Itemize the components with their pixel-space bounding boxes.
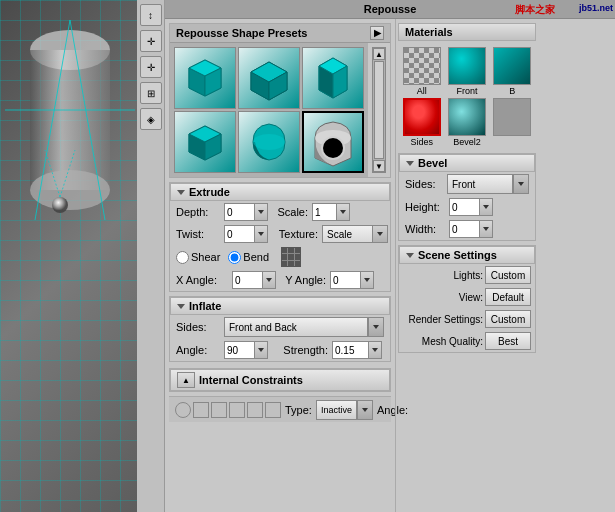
material-bevel2[interactable]: Bevel2 [445,98,488,147]
inflate-angle-input[interactable] [224,341,254,359]
tool-transform2[interactable]: ✛ [140,56,162,78]
bend-label: Bend [243,251,269,263]
twist-dropdown[interactable] [254,225,268,243]
inflate-angle-group [224,341,268,359]
y-angle-input-group [330,271,374,289]
main-panel: Repousse 脚本之家 jb51.net Repousse Shape Pr… [165,0,615,512]
shear-bend-row: Shear Bend [170,245,390,269]
bevel-collapse-arrow[interactable] [406,161,414,166]
material-sides[interactable]: Sides [400,98,443,147]
tool-3d[interactable]: ◈ [140,108,162,130]
bevel-width-input[interactable] [449,220,479,238]
material-sides-label: Sides [410,137,433,147]
lights-value[interactable]: Custom [485,266,531,284]
inflate-strength-group [332,341,382,359]
type-dropdown[interactable] [357,400,373,420]
scroll-thumb[interactable] [374,61,384,159]
gc6 [295,254,300,259]
inflate-strength-label: Strength: [272,344,328,356]
inflate-sides-value: Front and Back [224,317,368,337]
preset-item-3[interactable] [302,47,364,109]
gc4 [282,254,287,259]
scene-collapse-arrow[interactable] [406,253,414,258]
shear-bend-group: Shear Bend [176,251,269,264]
twist-input[interactable] [224,225,254,243]
left-toolbar: ↕ ✛ ✛ ⊞ ◈ [137,0,165,512]
bottom-icon-5[interactable] [247,402,263,418]
presets-scrollbar[interactable]: ▲ ▼ [372,47,386,173]
material-extra[interactable] [491,98,534,147]
bevel-width-dropdown[interactable] [479,220,493,238]
depth-dropdown[interactable] [254,203,268,221]
inflate-sides-select: Front and Back [224,317,384,337]
svg-point-28 [323,138,343,158]
render-value[interactable]: Custom [485,310,531,328]
gc1 [282,248,287,253]
y-angle-input[interactable] [330,271,360,289]
scale-input[interactable] [312,203,336,221]
bevel-sides-dropdown[interactable] [513,174,529,194]
scale-dropdown[interactable] [336,203,350,221]
shear-radio-input[interactable] [176,251,189,264]
presets-title: Repousse Shape Presets [176,27,307,39]
inflate-strength-input[interactable] [332,341,368,359]
preset-2-icon [243,52,295,104]
bottom-icon-4[interactable] [229,402,245,418]
bottom-icon-6[interactable] [265,402,281,418]
material-all[interactable]: All [400,47,443,96]
depth-input[interactable] [224,203,254,221]
internal-expand-btn[interactable]: ▲ [177,372,195,388]
viewport-3d-object [5,20,135,220]
inflate-title: Inflate [189,300,221,312]
bottom-icon-1[interactable] [175,402,191,418]
scroll-down-btn[interactable]: ▼ [373,160,385,172]
bevel-height-dropdown[interactable] [479,198,493,216]
tool-grid[interactable]: ⊞ [140,82,162,104]
preset-item-5[interactable] [238,111,300,173]
panel-title: Repousse [364,3,417,15]
x-angle-input[interactable] [232,271,262,289]
material-extra-thumb [493,98,531,136]
preset-item-6[interactable] [302,111,364,173]
depth-input-group [224,203,268,221]
preset-item-4[interactable] [174,111,236,173]
bevel-height-input[interactable] [449,198,479,216]
scale-input-group [312,203,350,221]
presets-nav-arrow[interactable]: ▶ [370,26,384,40]
svg-rect-1 [30,50,110,190]
bend-radio-input[interactable] [228,251,241,264]
preset-item-2[interactable] [238,47,300,109]
extrude-collapse-arrow[interactable] [177,190,185,195]
preset-item-1[interactable] [174,47,236,109]
material-front[interactable]: Front [445,47,488,96]
x-angle-input-group [232,271,276,289]
tool-transform[interactable]: ✛ [140,30,162,52]
scroll-up-btn[interactable]: ▲ [373,48,385,60]
texture-dropdown-btn[interactable] [372,225,388,243]
y-angle-dropdown[interactable] [360,271,374,289]
material-b[interactable]: B [491,47,534,96]
inflate-header: Inflate [170,297,390,315]
bevel-sides-value: Front [447,174,513,194]
lights-label: Lights: [403,270,483,281]
left-panels: Repousse Shape Presets ▶ [165,19,395,512]
bend-radio[interactable]: Bend [228,251,269,264]
inflate-sides-dropdown[interactable] [368,317,384,337]
viewport-panel: ↕ ✛ ✛ ⊞ ◈ [0,0,165,512]
tool-move[interactable]: ↕ [140,4,162,26]
inflate-strength-dropdown[interactable] [368,341,382,359]
texture-select-group: Scale [322,225,388,243]
view-value[interactable]: Default [485,288,531,306]
mesh-value[interactable]: Best [485,332,531,350]
inflate-angle-dropdown[interactable] [254,341,268,359]
x-angle-dropdown[interactable] [262,271,276,289]
extrude-section: Extrude Depth: Scale: [169,182,391,292]
bottom-icon-3[interactable] [211,402,227,418]
bottom-icon-2[interactable] [193,402,209,418]
shear-radio[interactable]: Shear [176,251,220,264]
internal-header: ▲ Internal Constraints [170,369,390,391]
mesh-label: Mesh Quality: [403,336,483,347]
inflate-collapse-arrow[interactable] [177,304,185,309]
preset-6-icon [307,116,359,168]
bevel-height-row: Height: [399,196,535,218]
